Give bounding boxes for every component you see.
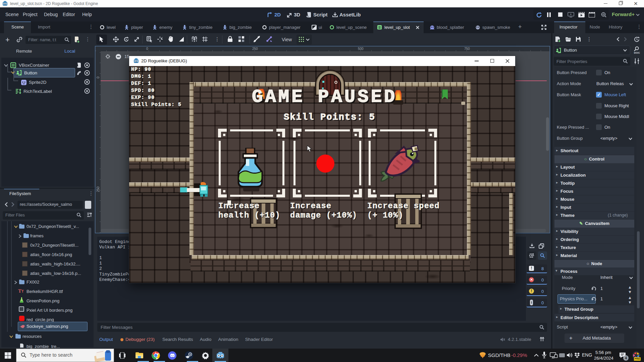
svg-text:DOC: DOC [634, 51, 640, 54]
